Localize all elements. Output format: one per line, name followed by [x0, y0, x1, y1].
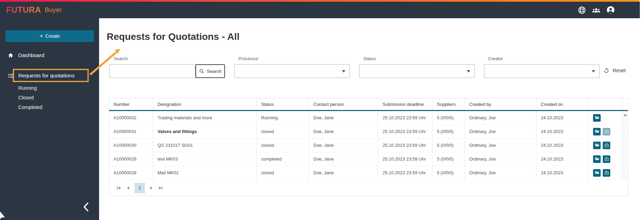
scrollbar-track[interactable] — [622, 125, 628, 138]
search-button[interactable]: Search — [195, 64, 225, 78]
cell-submission-deadline: 25.10.2023 23:59 Uhr — [378, 166, 432, 179]
cell-contact-person: Doe, Jane — [309, 111, 378, 124]
pagination: 1 — [116, 183, 163, 193]
list-icon — [8, 73, 14, 79]
cell-status: completed — [257, 152, 309, 166]
table-row[interactable]: A10000028 Mail MK02 closed Doe, Jane 25.… — [109, 166, 628, 180]
open-folder-icon[interactable] — [593, 142, 601, 149]
cell-created-on: 24.10.2023 — [536, 166, 589, 179]
cell-suppliers: 5 (0/0/0) — [432, 139, 465, 152]
scrollbar-track[interactable] — [622, 152, 628, 166]
cell-status: closed — [257, 139, 309, 152]
search-icon — [199, 68, 204, 74]
sidebar-item-requests-for-quotations[interactable]: Requests for quotations — [0, 70, 99, 81]
sidebar-item-closed[interactable]: Closed — [0, 93, 99, 102]
chevron-down-icon — [342, 70, 345, 73]
cell-suppliers: 5 (0/0/0) — [432, 125, 465, 138]
globe-icon[interactable] — [577, 6, 586, 14]
processor-dropdown[interactable] — [234, 64, 350, 78]
cell-contact-person: Doe, Jane — [309, 166, 378, 179]
creator-dropdown[interactable] — [484, 64, 600, 78]
plus-icon: + — [40, 33, 43, 40]
cell-contact-person: Doe, Jane — [309, 139, 378, 152]
status-label: Status — [359, 56, 475, 61]
sidebar-subitem-label: Completed — [18, 104, 42, 110]
open-folder-icon[interactable] — [593, 155, 601, 163]
cell-designation: Valves and fittings — [153, 125, 257, 138]
cell-suppliers: 5 (0/0/0) — [432, 152, 465, 166]
cell-contact-person: Doe, Jane — [309, 152, 378, 166]
topbar-icons — [577, 2, 615, 18]
cell-suppliers: 5 (0/0/0) — [432, 166, 465, 179]
next-page-button[interactable] — [149, 185, 154, 191]
groups-icon[interactable] — [592, 6, 601, 14]
chevron-down-icon — [592, 70, 595, 73]
filter-creator: Creator — [484, 56, 600, 78]
cell-status: closed — [257, 166, 309, 179]
cell-created-on: 24.10.2023 — [536, 111, 589, 124]
cell-created-on: 24.10.2023 — [536, 125, 589, 138]
reset-icon — [603, 67, 610, 74]
processor-label: Processor — [234, 56, 350, 61]
cell-number: A10000030 — [109, 139, 153, 152]
column-header-suppliers[interactable]: Suppliers — [432, 98, 465, 110]
cell-number: A10000029 — [109, 152, 153, 166]
first-page-button[interactable] — [116, 185, 121, 191]
open-envelope-icon[interactable] — [603, 128, 610, 135]
page-number-button[interactable]: 1 — [135, 183, 145, 193]
column-header-contact-person[interactable]: Contact person — [309, 98, 378, 110]
cell-submission-deadline: 25.10.2023 23:59 Uhr — [378, 125, 432, 138]
column-header-created-on[interactable]: Created on — [536, 98, 589, 110]
open-envelope-icon[interactable] — [603, 169, 610, 177]
chevron-left-icon — [82, 202, 90, 212]
sidebar-subitem-label: Closed — [18, 95, 34, 100]
sidebar-item-completed[interactable]: Completed — [0, 103, 99, 112]
cell-number: A10000031 — [109, 125, 153, 138]
search-button-label: Search — [207, 69, 222, 74]
cell-actions — [589, 125, 622, 138]
cell-created-by: Ordinary, Joe — [465, 125, 536, 138]
sidebar-item-dashboard[interactable]: Dashboard — [0, 50, 99, 60]
scroll-up-icon[interactable] — [623, 114, 627, 116]
column-header-designation[interactable]: Designation — [153, 98, 257, 110]
scrollbar-track[interactable] — [622, 139, 628, 152]
open-envelope-icon[interactable] — [603, 142, 610, 149]
cell-designation: test MK03 — [153, 152, 257, 166]
column-header-actions — [589, 98, 622, 110]
column-header-number[interactable]: Number — [109, 98, 153, 110]
open-folder-icon[interactable] — [593, 114, 601, 122]
table-row[interactable]: A10000029 test MK03 completed Doe, Jane … — [109, 152, 628, 166]
cell-created-by: Ordinary, Joe — [465, 111, 536, 124]
column-header-status[interactable]: Status — [257, 98, 309, 110]
reset-button[interactable]: Reset — [603, 67, 626, 74]
scrollbar-track[interactable] — [622, 111, 628, 124]
open-envelope-icon[interactable] — [603, 155, 610, 163]
status-dropdown[interactable] — [359, 64, 475, 78]
table-row[interactable]: A10000031 Valves and fittings closed Doe… — [109, 125, 628, 139]
create-button[interactable]: + Create — [6, 30, 94, 42]
table-row[interactable]: A10000032 Trading materials and more Run… — [109, 111, 628, 125]
cell-actions — [589, 111, 622, 124]
open-folder-icon[interactable] — [593, 128, 601, 135]
cell-actions — [589, 152, 622, 166]
column-header-submission-deadline[interactable]: Submission deadline — [378, 98, 432, 110]
cell-status: closed — [257, 125, 309, 138]
sidebar-item-running[interactable]: Running — [0, 84, 99, 92]
filter-processor: Processor — [234, 56, 350, 78]
last-page-button[interactable] — [158, 185, 163, 191]
sidebar-collapse-button[interactable] — [81, 201, 92, 213]
previous-page-button[interactable] — [125, 185, 131, 191]
cell-created-by: Ordinary, Joe — [465, 139, 536, 152]
cell-created-on: 24.10.2023 — [536, 152, 589, 166]
scrollbar-track[interactable] — [622, 166, 628, 179]
open-folder-icon[interactable] — [593, 169, 601, 177]
filter-search: Search Search — [109, 56, 225, 78]
table-row[interactable]: A10000030 QS 231017 SG01 closed Doe, Jan… — [109, 139, 628, 152]
page-title: Requests for Quotations - All — [107, 31, 239, 42]
column-header-created-by[interactable]: Created by — [465, 98, 536, 110]
sidebar-item-label: Dashboard — [18, 52, 44, 58]
table-header-row: Number Designation Status Contact person… — [109, 98, 628, 111]
search-input[interactable] — [109, 64, 195, 78]
cell-created-on: 24.10.2023 — [536, 139, 589, 152]
account-icon[interactable] — [606, 6, 615, 14]
